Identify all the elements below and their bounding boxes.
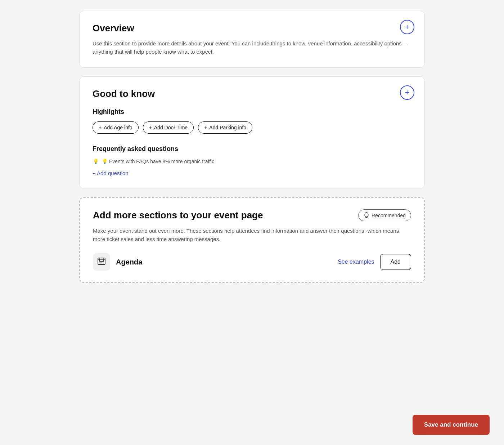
good-to-know-add-button[interactable]: +: [400, 85, 414, 100]
overview-add-button[interactable]: +: [400, 20, 414, 34]
add-question-link[interactable]: + Add question: [93, 170, 129, 176]
agenda-icon: [96, 256, 107, 268]
add-age-info-button[interactable]: + Add Age info: [93, 121, 139, 134]
highlights-label: Highlights: [93, 108, 411, 116]
highlights-buttons-group: + Add Age info + Add Door Time + Add Par…: [93, 121, 411, 134]
overview-card: Overview Use this section to provide mor…: [79, 11, 425, 68]
add-parking-info-label: Add Parking info: [209, 125, 246, 130]
good-to-know-title: Good to know: [93, 88, 411, 99]
agenda-icon-wrap: [93, 253, 110, 271]
add-parking-info-button[interactable]: + Add Parking info: [198, 121, 252, 134]
add-age-info-label: Add Age info: [104, 125, 132, 130]
add-door-time-label: Add Door Time: [154, 125, 188, 130]
recommended-label: Recommended: [372, 213, 406, 218]
plus-icon: +: [149, 125, 152, 130]
agenda-row: Agenda See examples Add: [93, 253, 411, 271]
add-sections-header: Add more sections to your event page Rec…: [93, 209, 411, 221]
good-to-know-card: Good to know + Highlights + Add Age info…: [79, 76, 425, 188]
add-sections-description: Make your event stand out even more. The…: [93, 227, 411, 243]
overview-description: Use this section to provide more details…: [93, 40, 411, 56]
plus-icon: +: [204, 125, 207, 130]
faq-tip-text: 💡 Events with FAQs have 8% more organic …: [102, 159, 214, 164]
overview-title: Overview: [93, 23, 411, 34]
add-sections-title: Add more sections to your event page: [93, 210, 263, 221]
add-door-time-button[interactable]: + Add Door Time: [143, 121, 194, 134]
lightbulb-icon: 💡: [93, 159, 99, 164]
plus-icon: +: [99, 125, 102, 130]
agenda-add-button[interactable]: Add: [380, 254, 411, 270]
add-sections-card: Add more sections to your event page Rec…: [79, 197, 425, 283]
recommended-badge: Recommended: [358, 209, 411, 221]
faq-tip: 💡 💡 Events with FAQs have 8% more organi…: [93, 159, 411, 164]
agenda-label: Agenda: [116, 258, 332, 266]
svg-rect-0: [98, 258, 105, 264]
faq-label: Frequently asked questions: [93, 145, 411, 153]
save-continue-button[interactable]: Save and continue: [413, 415, 490, 435]
see-examples-link[interactable]: See examples: [338, 259, 374, 265]
recommended-icon: [364, 212, 369, 219]
